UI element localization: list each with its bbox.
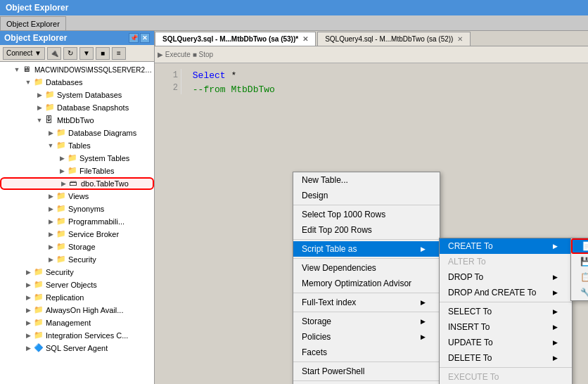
menu-item-dropto[interactable]: DROP To ▶: [440, 269, 572, 285]
stop-button[interactable]: ■: [96, 47, 110, 60]
menu-item-deleteto[interactable]: DELETE To ▶: [440, 350, 572, 366]
tree-item-diagrams[interactable]: ▶ 📁 Database Diagrams: [0, 127, 154, 139]
tree-item-mtbdbtwo[interactable]: ▼ 🗄 MtbDbTwo: [0, 114, 154, 127]
tree-item-systemdb[interactable]: ▶ 📁 System Databases: [0, 89, 154, 101]
menu-item-fulltextindex[interactable]: Full-Text index ▶: [293, 295, 440, 310]
expander-serverobj[interactable]: ▶: [23, 279, 34, 290]
tab-query3-close[interactable]: ✕: [302, 35, 308, 43]
menu-item-policies[interactable]: Policies ▶: [293, 329, 440, 345]
menu-item-insertto[interactable]: INSERT To ▶: [440, 319, 572, 335]
tree-item-security-db[interactable]: ▶ 📁 Security: [0, 253, 154, 266]
tree-item-security[interactable]: ▶ 📁 Security: [0, 266, 154, 279]
summary-button[interactable]: ≡: [112, 47, 126, 60]
expander-replication[interactable]: ▶: [23, 292, 34, 303]
tree-item-management[interactable]: ▶ 📁 Management: [0, 316, 154, 329]
views-icon: 📁: [56, 191, 66, 201]
menu-item-newtable-label: New Table...: [302, 175, 348, 185]
agentjob-content: 🔧 Agent Job ...: [580, 287, 588, 298]
tree-item-views[interactable]: ▶ 📁 Views: [0, 190, 154, 203]
tree-item-servicebroker[interactable]: ▶ 📁 Service Broker: [0, 228, 154, 241]
menu-item-createto[interactable]: CREATE To ▶: [440, 238, 572, 254]
expander-storage[interactable]: ▶: [45, 241, 56, 252]
expander-filetables[interactable]: ▶: [56, 165, 68, 177]
menu-item-newqueryeditor[interactable]: 📄 New Query Editor Window: [571, 238, 588, 254]
expander-integration[interactable]: ▶: [23, 330, 34, 341]
expander-diagrams[interactable]: ▶: [45, 127, 56, 139]
panel-title: Object Explorer 📌 ✕: [0, 31, 154, 45]
expander-databases[interactable]: ▼: [23, 77, 34, 88]
expander-server[interactable]: ▼: [11, 64, 23, 75]
storage-arrow: ▶: [421, 318, 426, 325]
expander-snapshots[interactable]: ▶: [34, 102, 45, 113]
server-label: MACWINDOWS\MSSQLSERVER2 (SQL Serv: [34, 66, 153, 74]
menu-item-viewdeps[interactable]: View Dependencies: [293, 260, 440, 276]
expander-dbotabletwo[interactable]: ▶: [58, 178, 69, 189]
menu-item-clipboard[interactable]: 📋 Clipboard: [571, 269, 588, 285]
menu-item-edittop[interactable]: Edit Top 200 Rows: [293, 222, 440, 238]
expander-security[interactable]: ▶: [23, 267, 34, 278]
editor-content[interactable]: 1 2 Select * --from MtbDbTwo: [155, 63, 588, 102]
tree-item-tables[interactable]: ▼ 📁 Tables: [0, 139, 154, 152]
tree-item-storage[interactable]: ▶ 📁 Storage: [0, 241, 154, 253]
expander-tables[interactable]: ▼: [45, 140, 56, 151]
menu-item-selectto[interactable]: SELECT To ▶: [440, 304, 572, 319]
tab-query4[interactable]: SQLQuery4.sql - M...MtbDbTwo (sa (52)) ✕: [317, 32, 471, 46]
expander-alwayson[interactable]: ▶: [23, 305, 34, 316]
menu-item-facets[interactable]: Facets: [293, 345, 440, 360]
connect-button[interactable]: Connect ▼: [3, 47, 45, 60]
tree-item-filetables[interactable]: ▶ 📁 FileTables: [0, 165, 154, 177]
newqueryeditor-content: 📄 New Query Editor Window: [581, 241, 588, 252]
security-icon: 📁: [34, 267, 44, 277]
tree-item-databases[interactable]: ▼ 📁 Databases: [0, 76, 154, 89]
programmabi-label: Programmabili...: [68, 217, 124, 226]
tree-item-integration[interactable]: ▶ 📁 Integration Services C...: [0, 329, 154, 342]
tab-query4-close[interactable]: ✕: [457, 35, 463, 43]
menu-item-updateto[interactable]: UPDATE To ▶: [440, 335, 572, 350]
expander-servicebroker[interactable]: ▶: [45, 229, 56, 240]
menu-item-file[interactable]: 💾 File ...: [571, 254, 588, 269]
filter-button[interactable]: ▼: [79, 47, 94, 60]
tree-item-dbotabletwo[interactable]: ▶ 🗃 dbo.TableTwo: [0, 177, 154, 190]
menu-item-insertto-label: INSERT To: [448, 322, 490, 332]
disconnect-button[interactable]: 🔌: [47, 47, 61, 60]
menu-item-agentjob[interactable]: 🔧 Agent Job ...: [571, 285, 588, 300]
expander-systables[interactable]: ▶: [56, 153, 68, 164]
menu-item-startpowershell[interactable]: Start PowerShell: [293, 364, 440, 379]
integration-label: Integration Services C...: [46, 331, 128, 340]
expander-views[interactable]: ▶: [45, 191, 56, 202]
refresh-button[interactable]: ↻: [63, 47, 77, 60]
tree-item-replication[interactable]: ▶ 📁 Replication: [0, 291, 154, 304]
sql-line-1: Select *: [193, 69, 275, 83]
menu-item-newtable[interactable]: New Table...: [293, 172, 440, 188]
tree-item-systables[interactable]: ▶ 📁 System Tables: [0, 152, 154, 165]
tree-item-programmabi[interactable]: ▶ 📁 Programmabili...: [0, 215, 154, 228]
expander-mtbdbtwo[interactable]: ▼: [34, 115, 45, 126]
expander-sqlagent[interactable]: ▶: [23, 343, 34, 354]
tree-item-snapshots[interactable]: ▶ 📁 Database Snapshots: [0, 101, 154, 114]
close-panel-button[interactable]: ✕: [140, 33, 150, 43]
expander-security-db[interactable]: ▶: [45, 254, 56, 265]
expander-programmabi[interactable]: ▶: [45, 216, 56, 227]
menu-item-selecttop[interactable]: Select Top 1000 Rows: [293, 207, 440, 222]
menu-item-design[interactable]: Design: [293, 188, 440, 203]
menu-item-startpowershell-label: Start PowerShell: [302, 366, 364, 376]
tab-query3[interactable]: SQLQuery3.sql - M...MtbDbTwo (sa (53))* …: [155, 32, 316, 46]
pin-button[interactable]: 📌: [129, 33, 139, 43]
menu-item-scripttable[interactable]: Script Table as ▶: [293, 241, 440, 257]
menu-item-storage[interactable]: Storage ▶: [293, 314, 440, 329]
newqueryeditor-icon: 📄: [581, 241, 588, 252]
expander-systemdb[interactable]: ▶: [34, 89, 45, 101]
tree-item-synonyms[interactable]: ▶ 📁 Synonyms: [0, 203, 154, 215]
tree-item-serverobj[interactable]: ▶ 📁 Server Objects: [0, 279, 154, 291]
expander-management[interactable]: ▶: [23, 317, 34, 328]
menu-item-dropandcreate-label: DROP And CREATE To: [448, 288, 536, 297]
expander-synonyms[interactable]: ▶: [45, 203, 56, 215]
clipboard-content: 📋 Clipboard: [580, 271, 588, 283]
menu-item-memopt[interactable]: Memory Optimization Advisor: [293, 276, 440, 291]
menu-item-dropandcreate[interactable]: DROP And CREATE To ▶: [440, 285, 572, 300]
tree-item-alwayson[interactable]: ▶ 📁 AlwaysOn High Avail...: [0, 304, 154, 316]
object-explorer-panel-tab[interactable]: Object Explorer: [0, 16, 66, 30]
tree-item-sqlagent[interactable]: ▶ 🔷 SQL Server Agent: [0, 342, 154, 354]
menu-item-dropto-label: DROP To: [448, 272, 483, 282]
tree-item-server[interactable]: ▼ 🖥 MACWINDOWS\MSSQLSERVER2 (SQL Serv: [0, 63, 154, 76]
